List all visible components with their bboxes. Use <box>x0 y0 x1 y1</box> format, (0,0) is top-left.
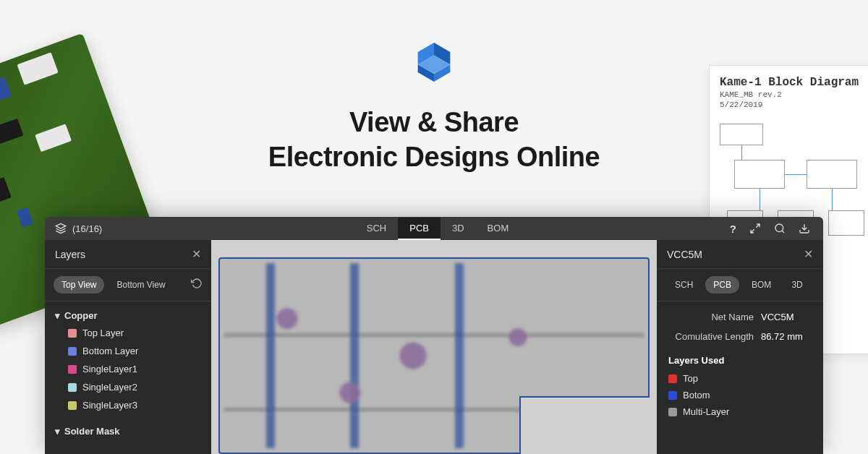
layer-item[interactable]: SingleLayer1 <box>55 360 201 378</box>
layer-swatch <box>668 408 677 416</box>
fullscreen-icon[interactable] <box>749 223 761 234</box>
svg-line-9 <box>782 231 784 233</box>
bottom-view-toggle[interactable]: Bottom View <box>109 276 173 294</box>
net-title: VCC5M <box>667 249 702 260</box>
layers-used-title: Layers Used <box>657 346 823 370</box>
hero-title: View & Share Electronic Designs Online <box>0 106 868 174</box>
pcb-artwork <box>218 257 650 454</box>
layer-swatch <box>668 391 677 400</box>
layers-panel-title: Layers <box>55 249 85 260</box>
layer-swatch <box>68 365 77 374</box>
prop-label: Comulative Length <box>668 331 754 342</box>
close-icon[interactable]: ✕ <box>804 247 813 261</box>
layer-label: Bottom Layer <box>82 346 138 356</box>
detail-tab-pcb[interactable]: PCB <box>705 276 739 294</box>
layer-used-item: Top <box>657 370 823 387</box>
viewer-topbar: (16/16) SCH PCB 3D BOM ? <box>45 217 823 240</box>
layer-label: Botom <box>683 390 710 401</box>
detail-tab-sch[interactable]: SCH <box>667 276 701 294</box>
layer-item[interactable]: Bottom Layer <box>55 342 201 360</box>
tab-bom[interactable]: BOM <box>476 218 521 240</box>
layer-item[interactable]: Top Layer <box>55 324 201 342</box>
layer-label: Top <box>683 373 698 384</box>
chevron-down-icon: ▾ <box>55 310 60 321</box>
layer-group-label: Solder Mask <box>64 426 120 437</box>
layer-swatch <box>68 347 77 356</box>
svg-point-8 <box>775 224 783 232</box>
layer-label: Top Layer <box>82 327 124 338</box>
prop-label: Net Name <box>668 312 754 322</box>
hero-title-line2: Electronic Designs Online <box>0 140 868 175</box>
svg-line-7 <box>751 229 754 233</box>
close-icon[interactable]: ✕ <box>192 247 201 261</box>
layer-swatch <box>68 383 77 392</box>
layer-group-soldermask[interactable]: ▾ Solder Mask <box>55 423 201 440</box>
layer-swatch <box>668 374 677 383</box>
layer-item[interactable]: SingleLayer2 <box>55 378 201 396</box>
prop-value: VCC5M <box>754 312 812 322</box>
prop-value: 86.72 mm <box>754 331 812 342</box>
detail-tab-bom[interactable]: BOM <box>744 276 779 294</box>
layer-used-item: Multi-Layer <box>657 403 823 420</box>
view-tabs: SCH PCB 3D BOM <box>218 218 657 240</box>
layer-label: Multi-Layer <box>683 406 729 417</box>
layer-label: SingleLayer1 <box>82 364 137 374</box>
help-icon[interactable]: ? <box>730 223 736 235</box>
layer-used-item: Botom <box>657 387 823 403</box>
detail-tab-3d[interactable]: 3D <box>783 276 810 294</box>
design-viewer: (16/16) SCH PCB 3D BOM ? Layers ✕ <box>45 217 823 454</box>
brand-logo <box>411 39 457 85</box>
layers-icon[interactable] <box>55 223 67 234</box>
layer-swatch <box>68 401 77 410</box>
layer-group-label: Copper <box>64 310 98 321</box>
svg-marker-5 <box>56 223 65 228</box>
chevron-down-icon: ▾ <box>55 426 60 437</box>
pcb-canvas[interactable] <box>211 240 657 454</box>
layer-label: SingleLayer3 <box>82 400 137 411</box>
hero-title-line1: View & Share <box>0 106 868 140</box>
tab-sch[interactable]: SCH <box>355 218 398 240</box>
history-icon[interactable] <box>191 278 203 292</box>
top-view-toggle[interactable]: Top View <box>54 276 104 294</box>
svg-line-6 <box>756 224 760 228</box>
tab-3d[interactable]: 3D <box>441 218 476 240</box>
download-icon[interactable] <box>799 223 810 234</box>
layer-item[interactable]: SingleLayer3 <box>55 396 201 414</box>
layer-group-copper[interactable]: ▾ Copper <box>55 307 201 324</box>
layer-label: SingleLayer2 <box>82 382 137 393</box>
layer-swatch <box>68 329 77 338</box>
net-detail-panel: VCC5M ✕ SCH PCB BOM 3D Net Name VCC5M Co… <box>657 240 823 454</box>
layer-count: (16/16) <box>72 223 102 234</box>
search-icon[interactable] <box>774 223 786 234</box>
layers-panel: Layers ✕ Top View Bottom View ▾ Copper T… <box>45 240 211 454</box>
tab-pcb[interactable]: PCB <box>398 218 441 240</box>
